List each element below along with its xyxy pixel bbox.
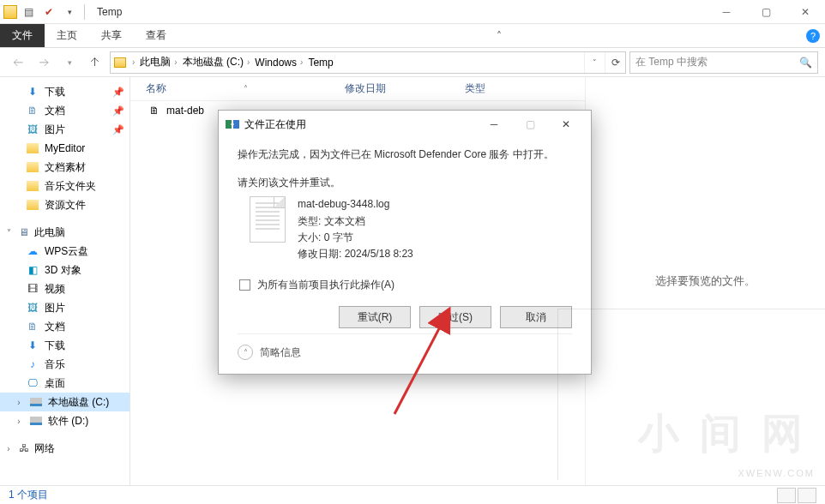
dialog-file-size: 大小: 0 字节 bbox=[298, 230, 413, 246]
retry-button[interactable]: 重试(R) bbox=[339, 306, 411, 328]
tree-label: 本地磁盘 (C:) bbox=[48, 395, 109, 410]
dialog-close-button[interactable]: ✕ bbox=[548, 112, 584, 136]
qat-dropdown-icon[interactable]: ▾ bbox=[60, 3, 79, 21]
dialog-minimize-button[interactable]: ─ bbox=[476, 112, 512, 136]
tree-desktop[interactable]: 🖵桌面 bbox=[0, 374, 129, 393]
breadcrumb-folder-icon bbox=[111, 57, 129, 68]
search-box[interactable]: 在 Temp 中搜索 🔍 bbox=[629, 51, 818, 74]
app-folder-icon bbox=[3, 5, 17, 19]
tree-label: MyEditor bbox=[45, 142, 85, 154]
tree-docmaterial[interactable]: 文档素材 bbox=[0, 158, 129, 177]
tree-musicfolder[interactable]: 音乐文件夹 bbox=[0, 177, 129, 195]
desktop-icon: 🖵 bbox=[26, 376, 39, 390]
help-button[interactable]: ? bbox=[801, 24, 825, 47]
crumb-drive[interactable]: 本地磁盘 (C:)› bbox=[180, 55, 253, 69]
address-dropdown-icon[interactable]: ˅ bbox=[584, 52, 605, 73]
qat-check-icon[interactable]: ✔ bbox=[39, 3, 58, 21]
item-count: 1 个项目 bbox=[9, 488, 48, 502]
watermark-url: XWENW.COM bbox=[738, 468, 816, 478]
tree-this-pc[interactable]: ˅🖥此电脑 bbox=[0, 223, 129, 242]
view-details-button[interactable] bbox=[777, 488, 796, 503]
tree-3d[interactable]: ◧3D 对象 bbox=[0, 261, 129, 279]
nav-forward-button: 🡢 bbox=[33, 51, 55, 74]
tree-resources[interactable]: 资源文件 bbox=[0, 195, 129, 214]
minimize-button[interactable]: ─ bbox=[707, 0, 746, 24]
collapse-ribbon-icon[interactable]: ˄ bbox=[489, 24, 509, 47]
tree-myeditor[interactable]: MyEditor bbox=[0, 139, 129, 158]
close-button[interactable]: ✕ bbox=[786, 0, 825, 24]
nav-back-button[interactable]: 🡠 bbox=[7, 51, 29, 74]
tree-label: 图片 bbox=[45, 301, 65, 315]
crumb-pc[interactable]: 此电脑› bbox=[137, 55, 179, 69]
tree-pictures[interactable]: 🖼图片📌 bbox=[0, 120, 129, 139]
maximize-button[interactable]: ▢ bbox=[746, 0, 786, 24]
chevron-right-icon[interactable]: › bbox=[3, 444, 14, 453]
tree-wps[interactable]: ☁WPS云盘 bbox=[0, 242, 129, 261]
crumb-sep-root[interactable]: › bbox=[129, 57, 137, 67]
refresh-button[interactable]: ⟳ bbox=[605, 52, 625, 73]
col-modified[interactable]: 修改日期 bbox=[345, 81, 465, 96]
skip-button[interactable]: 跳过(S) bbox=[419, 306, 491, 328]
tree-drive-c[interactable]: ›本地磁盘 (C:) bbox=[0, 393, 129, 411]
chevron-right-icon[interactable]: › bbox=[14, 398, 24, 407]
crumb-windows[interactable]: Windows› bbox=[252, 57, 305, 69]
breadcrumb-box[interactable]: › 此电脑› 本地磁盘 (C:)› Windows› Temp ˅ ⟳ bbox=[110, 51, 626, 74]
tree-label: 资源文件 bbox=[45, 198, 86, 213]
col-name[interactable]: 名称 bbox=[146, 81, 166, 96]
crumb-label: Temp bbox=[308, 57, 333, 69]
less-info-toggle[interactable]: ˄ 简略信息 bbox=[238, 333, 572, 360]
tab-share[interactable]: 共享 bbox=[89, 24, 134, 47]
sort-indicator-icon: ˄ bbox=[244, 84, 248, 93]
tree-music[interactable]: ♪音乐 bbox=[0, 355, 129, 374]
tree-network[interactable]: ›🖧网络 bbox=[0, 439, 129, 458]
tree-label: 下载 bbox=[45, 339, 65, 353]
search-placeholder: 在 Temp 中搜索 bbox=[635, 55, 708, 69]
search-icon[interactable]: 🔍 bbox=[799, 57, 812, 69]
address-bar: 🡠 🡢 ▾ 🡡 › 此电脑› 本地磁盘 (C:)› Windows› Temp … bbox=[0, 48, 825, 77]
tree-downloads2[interactable]: ⬇下载 bbox=[0, 336, 129, 355]
tree-label: 视频 bbox=[45, 282, 65, 297]
nav-up-button[interactable]: 🡡 bbox=[84, 51, 106, 74]
dialog-app-icon bbox=[226, 118, 239, 130]
tree-label: 3D 对象 bbox=[45, 263, 81, 278]
ribbon-tabs: 文件 主页 共享 查看 ˄ ? bbox=[0, 24, 825, 48]
chevron-right-icon[interactable]: › bbox=[14, 417, 24, 426]
quick-access-toolbar: ▤ ✔ ▾ bbox=[0, 3, 92, 21]
tree-label: 下载 bbox=[45, 85, 65, 99]
file-icon: 🗎 bbox=[148, 104, 161, 117]
download-icon: ⬇ bbox=[26, 339, 39, 352]
do-for-all-row[interactable]: 为所有当前项目执行此操作(A) bbox=[238, 278, 572, 292]
tree-drive-d[interactable]: ›软件 (D:) bbox=[0, 411, 129, 430]
folder-icon bbox=[26, 198, 39, 212]
tab-home[interactable]: 主页 bbox=[45, 24, 89, 47]
tab-view[interactable]: 查看 bbox=[134, 24, 178, 47]
cancel-button[interactable]: 取消 bbox=[500, 306, 572, 328]
pc-icon: 🖥 bbox=[17, 225, 31, 239]
checkbox-icon[interactable] bbox=[239, 279, 250, 291]
drive-icon bbox=[29, 395, 43, 409]
tree-videos[interactable]: 🎞视频 bbox=[0, 279, 129, 298]
tree-documents[interactable]: 🗎文档📌 bbox=[0, 101, 129, 120]
nav-recent-dropdown[interactable]: ▾ bbox=[58, 51, 81, 74]
tree-downloads[interactable]: ⬇下载📌 bbox=[0, 82, 129, 101]
dialog-titlebar[interactable]: 文件正在使用 ─ ▢ ✕ bbox=[219, 111, 591, 138]
tree-label: 文档 bbox=[45, 104, 65, 118]
preview-pane: 选择要预览的文件。 bbox=[585, 77, 825, 485]
qat-properties-icon[interactable]: ▤ bbox=[19, 3, 38, 21]
help-icon: ? bbox=[806, 29, 820, 43]
dialog-file-mod: 修改日期: 2024/5/18 8:23 bbox=[298, 246, 413, 262]
crumb-temp[interactable]: Temp bbox=[305, 57, 335, 69]
title-bar: ▤ ✔ ▾ Temp ─ ▢ ✕ bbox=[0, 0, 825, 24]
tree-label: 图片 bbox=[45, 123, 65, 137]
col-type[interactable]: 类型 bbox=[465, 81, 585, 96]
chevron-down-icon[interactable]: ˅ bbox=[3, 228, 14, 237]
tree-documents2[interactable]: 🗎文档 bbox=[0, 317, 129, 336]
window-controls: ─ ▢ ✕ bbox=[707, 0, 825, 24]
tab-file[interactable]: 文件 bbox=[0, 24, 45, 47]
less-info-label: 简略信息 bbox=[260, 345, 301, 360]
tree-pictures2[interactable]: 🖼图片 bbox=[0, 298, 129, 317]
column-headers[interactable]: 名称˄ 修改日期 类型 bbox=[130, 77, 585, 101]
view-large-button[interactable] bbox=[798, 488, 816, 503]
status-bar: 1 个项目 bbox=[0, 485, 825, 504]
file-thumb-icon bbox=[250, 196, 286, 243]
